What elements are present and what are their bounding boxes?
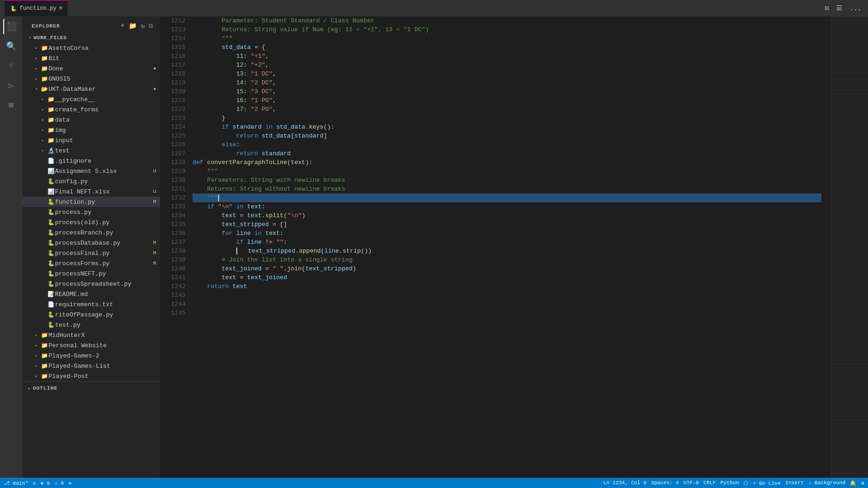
sidebar-item-process-old[interactable]: 🐍 process(old).py — [22, 217, 160, 227]
sidebar-item-label: Assignment 5.xlsx — [55, 168, 153, 175]
sidebar-item-pycache[interactable]: ▸ 📁 __pycache__ — [22, 94, 160, 104]
outline-header[interactable]: ▸ OUTLINE — [22, 384, 160, 393]
code-token: text_joined — [247, 274, 287, 281]
go-live-button[interactable]: ⚡ Go Live — [753, 480, 780, 486]
code-token: , — [273, 97, 276, 104]
sidebar-item-processNEFT[interactable]: 🐍 processNEFT.py — [22, 268, 160, 279]
modified-badge: M — [153, 250, 156, 256]
sidebar-item-gnosis[interactable]: ▸ 📁 GNOSIS — [22, 74, 160, 84]
code-token: ) — [302, 212, 305, 219]
split-editor-button[interactable]: ⊡ — [823, 3, 830, 13]
code-container[interactable]: 1212121312141215121612171218121912201221… — [160, 16, 831, 478]
settings-icon[interactable]: ⚙ — [861, 480, 864, 486]
sidebar-collapse-button[interactable]: ⊟ — [148, 21, 154, 31]
sidebar-item-process-py[interactable]: 🐍 process.py — [22, 207, 160, 217]
language-item[interactable]: Python — [721, 480, 739, 486]
folder-icon: 📁 — [40, 65, 48, 72]
notification-bell-icon[interactable]: 🔔 — [850, 480, 856, 486]
background-item[interactable]: ♪ Background — [808, 480, 845, 486]
history-item[interactable]: ⊙ — [69, 480, 72, 486]
indent-icon[interactable]: ⬡ — [744, 480, 748, 486]
sidebar-item-bit[interactable]: ▸ 📁 Bit — [22, 53, 160, 63]
code-lines[interactable]: Parameter: Student Standard / Class Numb… — [193, 16, 831, 478]
sidebar-item-test-folder[interactable]: ▸ 🔬 test — [22, 145, 160, 156]
modified-badge: M — [153, 199, 156, 205]
code-line: return std_data[standard] — [193, 131, 821, 140]
sidebar-item-played-games-2[interactable]: ▸ 📁 Played-Games-2 — [22, 351, 160, 361]
sidebar-new-folder-button[interactable]: 📁 — [128, 21, 138, 31]
code-line: """ — [193, 167, 821, 176]
sidebar-item-personal-website[interactable]: ▸ 📁 Personal Website — [22, 340, 160, 351]
folder-open-icon: 📂 — [40, 86, 48, 93]
sidebar-item-done[interactable]: ▸ 📁 Done ● — [22, 63, 160, 74]
sidebar-item-assignment[interactable]: 📊 Assignment 5.xlsx U — [22, 166, 160, 176]
sync-button[interactable]: ↻ — [33, 480, 36, 486]
code-line: } — [193, 114, 821, 123]
py-icon: 🐍 — [47, 240, 55, 247]
code-token: std_data — [276, 124, 305, 131]
explorer-activity-icon[interactable]: ⬛ — [3, 19, 19, 34]
sidebar-item-label: MidHunterX — [48, 332, 160, 339]
sidebar-item-label: Done — [48, 65, 153, 72]
sidebar-item-processDatabase[interactable]: 🐍 processDatabase.py M — [22, 238, 160, 248]
sidebar-item-ukt-datamaker[interactable]: ▾ 📂 UKT-DataMaker ● — [22, 84, 160, 94]
sidebar-item-gitignore[interactable]: 📄 .gitignore — [22, 156, 160, 166]
sidebar-item-asettoCorsa[interactable]: ▸ 📁 AsettoCorsa — [22, 43, 160, 53]
sidebar-item-img[interactable]: ▸ 📁 img — [22, 125, 160, 135]
layout-button[interactable]: ☰ — [834, 3, 844, 13]
folder-icon: 📁 — [47, 117, 55, 124]
errors-item[interactable]: ⊗ 0 — [41, 480, 50, 486]
sidebar-item-requirements[interactable]: 📄 requirements.txt — [22, 299, 160, 309]
insert-mode-item[interactable]: Insert — [785, 480, 804, 486]
code-token: (): — [324, 124, 334, 131]
sidebar-item-label: .gitignore — [55, 158, 160, 165]
sidebar-item-processSpreadsheet[interactable]: 🐍 processSpreadsheet.py — [22, 279, 160, 289]
more-actions-button[interactable]: ... — [848, 4, 863, 13]
code-token — [193, 17, 221, 24]
sidebar-item-processFinal[interactable]: 🐍 processFinal.py M — [22, 248, 160, 258]
spaces-item[interactable]: Spaces: 4 — [651, 480, 679, 486]
sidebar-item-test-py[interactable]: 🐍 test.py — [22, 320, 160, 330]
code-token: . — [305, 124, 309, 131]
sidebar-item-workfiles[interactable]: ▾ WORK_FILES — [22, 33, 160, 43]
sidebar-new-file-button[interactable]: + — [120, 21, 126, 31]
git-activity-icon[interactable]: ⑂ — [3, 58, 19, 74]
py-icon: 🐍 — [47, 311, 55, 318]
sidebar-item-input[interactable]: ▸ 📁 input — [22, 135, 160, 145]
active-tab[interactable]: 🐍 function.py M — [5, 0, 68, 16]
sidebar-item-label: GNOSIS — [48, 76, 160, 82]
sidebar-item-create_forms[interactable]: ▸ 📁 create_forms — [22, 104, 160, 115]
sidebar-item-processBranch[interactable]: 🐍 processBranch.py — [22, 227, 160, 238]
sidebar-item-label: Final NEFT.xlsx — [55, 188, 153, 195]
titlebar-actions: ⊡ ☰ ... — [823, 3, 863, 13]
code-token: "2 DC" — [251, 79, 273, 86]
test-icon: 🔬 — [47, 147, 55, 154]
debug-activity-icon[interactable]: ▷ — [3, 77, 19, 93]
line-ending-item[interactable]: CRLF — [703, 480, 716, 486]
encoding-item[interactable]: UTF-8 — [683, 480, 699, 486]
code-token: , — [273, 88, 276, 95]
sidebar-item-final-neft[interactable]: 📊 Final NEFT.xlsx U — [22, 186, 160, 197]
warnings-item[interactable]: ⚠ 0 — [55, 480, 64, 486]
sidebar-item-data[interactable]: ▸ 📁 data — [22, 115, 160, 125]
cursor-position-item[interactable]: Ln 1234, Col 8 — [603, 480, 646, 486]
sidebar-item-midHunterX[interactable]: ▸ 📁 MidHunterX — [22, 330, 160, 340]
search-activity-icon[interactable]: 🔍 — [3, 38, 19, 54]
sidebar-item-readme[interactable]: 📝 README.md — [22, 289, 160, 299]
folder-icon: 📁 — [40, 332, 48, 339]
code-line: if line != "": — [193, 238, 821, 247]
line-number: 1238 — [160, 247, 186, 255]
code-token: = — [236, 212, 247, 219]
sidebar-item-processForms[interactable]: 🐍 processForms.py M — [22, 258, 160, 268]
code-token — [193, 141, 221, 148]
sidebar-item-riteOfPassage[interactable]: 🐍 riteOfPassage.py — [22, 309, 160, 320]
sidebar-item-function-py[interactable]: 🐍 function.py M — [22, 197, 160, 207]
sidebar-item-played-games-list[interactable]: ▸ 📁 Played-Games-List — [22, 361, 160, 371]
folder-icon: 📁 — [47, 137, 55, 144]
git-branch-item[interactable]: ⎇ main* — [4, 480, 28, 486]
minimap[interactable] — [831, 16, 868, 478]
sidebar-item-config[interactable]: 🐍 config.py — [22, 176, 160, 186]
sidebar-refresh-button[interactable]: ↻ — [140, 21, 146, 31]
sidebar-item-played-post[interactable]: ▸ 📁 Played-Post — [22, 371, 160, 381]
extensions-activity-icon[interactable]: ⊞ — [3, 97, 19, 113]
